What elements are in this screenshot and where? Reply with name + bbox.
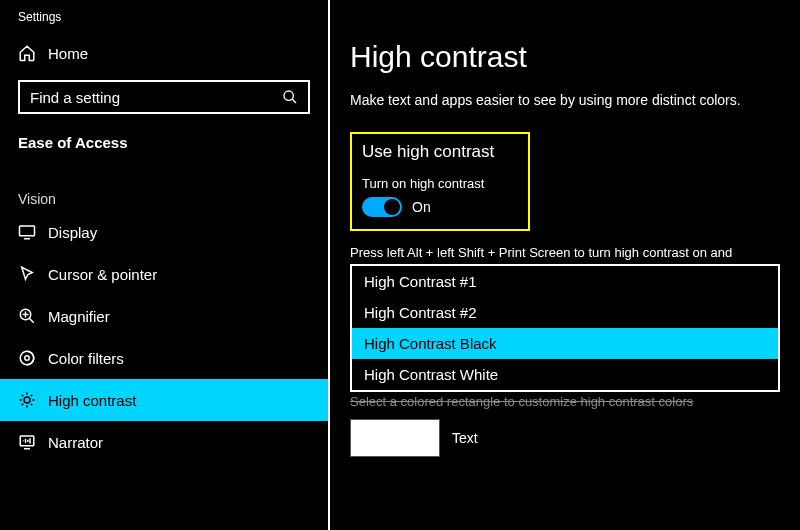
svg-line-1 [292, 99, 296, 103]
high-contrast-panel: Use high contrast Turn on high contrast … [350, 132, 530, 231]
theme-option-2[interactable]: High Contrast #2 [352, 297, 778, 328]
svg-line-15 [22, 395, 24, 397]
toggle-switch [362, 197, 402, 217]
shortcut-hint: Press left Alt + left Shift + Print Scre… [350, 245, 780, 260]
svg-line-7 [29, 318, 34, 323]
sidebar-item-label: Cursor & pointer [48, 266, 157, 283]
svg-point-9 [25, 356, 30, 361]
brightness-icon [18, 391, 36, 409]
toggle-knob [384, 199, 400, 215]
color-sample-row: Text [350, 419, 780, 457]
page-subtext: Make text and apps easier to see by usin… [350, 92, 780, 108]
monitor-icon [18, 223, 36, 241]
svg-line-16 [31, 404, 33, 406]
text-color-rect[interactable] [350, 419, 440, 457]
customize-caption: Select a colored rectangle to customize … [350, 394, 780, 409]
sidebar-item-label: Color filters [48, 350, 124, 367]
high-contrast-toggle[interactable]: On [362, 197, 518, 217]
svg-point-10 [24, 397, 30, 403]
home-nav[interactable]: Home [0, 34, 328, 72]
theme-option-black[interactable]: High Contrast Black [352, 328, 778, 359]
sidebar-item-magnifier[interactable]: Magnifier [0, 295, 328, 337]
color-filters-icon [18, 349, 36, 367]
toggle-label: Turn on high contrast [362, 176, 518, 191]
magnifier-icon [18, 307, 36, 325]
theme-option-1[interactable]: High Contrast #1 [352, 266, 778, 297]
page-title: High contrast [350, 40, 780, 74]
search-icon [282, 89, 298, 105]
narrator-icon [18, 433, 36, 451]
sidebar-item-high-contrast[interactable]: High contrast [0, 379, 328, 421]
toggle-state: On [412, 199, 431, 215]
search-placeholder: Find a setting [30, 89, 120, 106]
sidebar: Settings Home Find a setting Ease of Acc… [0, 0, 330, 530]
category-title: Ease of Access [0, 128, 328, 151]
home-icon [18, 44, 36, 62]
home-label: Home [48, 45, 88, 62]
main-content: High contrast Make text and apps easier … [330, 0, 800, 530]
sidebar-item-label: Magnifier [48, 308, 110, 325]
theme-option-white[interactable]: High Contrast White [352, 359, 778, 390]
svg-rect-2 [20, 226, 35, 236]
svg-line-18 [31, 395, 33, 397]
app-title: Settings [0, 10, 328, 34]
sidebar-item-narrator[interactable]: Narrator [0, 421, 328, 463]
sidebar-item-label: Display [48, 224, 97, 241]
cursor-icon [18, 265, 36, 283]
theme-dropdown[interactable]: High Contrast #1 High Contrast #2 High C… [350, 264, 780, 392]
sidebar-item-cursor[interactable]: Cursor & pointer [0, 253, 328, 295]
sidebar-item-display[interactable]: Display [0, 211, 328, 253]
svg-line-17 [22, 404, 24, 406]
sidebar-item-color-filters[interactable]: Color filters [0, 337, 328, 379]
sidebar-item-label: High contrast [48, 392, 136, 409]
sample-label: Text [452, 430, 478, 446]
section-title: Use high contrast [362, 142, 518, 162]
sidebar-item-label: Narrator [48, 434, 103, 451]
svg-point-0 [284, 91, 293, 100]
subcategory-label: Vision [0, 151, 328, 211]
search-input[interactable]: Find a setting [18, 80, 310, 114]
